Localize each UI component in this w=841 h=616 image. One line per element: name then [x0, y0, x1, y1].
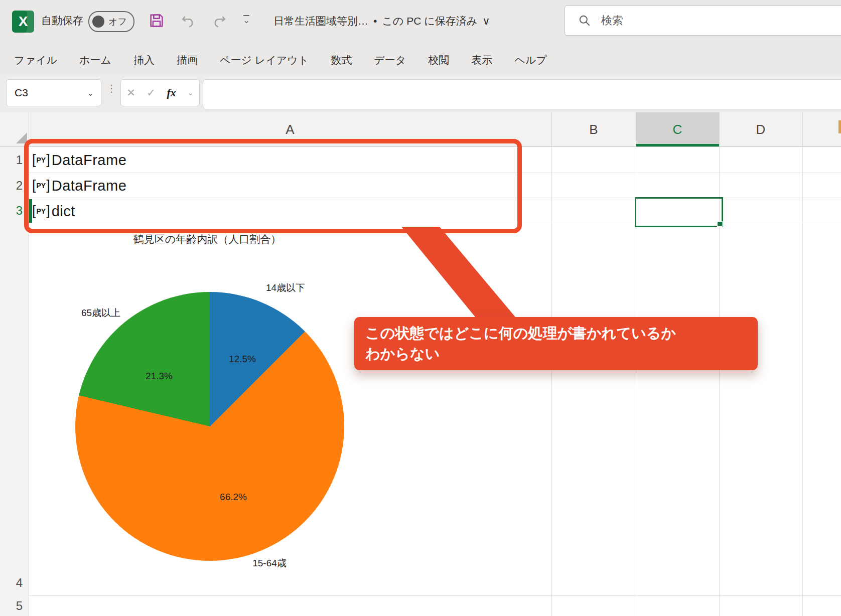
insert-function-icon[interactable]: fx — [167, 86, 176, 99]
formula-bar-row: C3 ⌄ ⋮ ✕ ✓ fx ⌄ — [0, 75, 841, 112]
tab-data[interactable]: データ — [369, 53, 411, 67]
highlight-rectangle — [24, 139, 522, 233]
tab-formulas[interactable]: 数式 — [326, 53, 357, 67]
pie-value-over65: 21.3% — [146, 371, 173, 382]
autosave-toggle[interactable]: オフ — [88, 11, 134, 32]
column-header-b[interactable]: B — [551, 112, 636, 146]
redo-icon[interactable] — [211, 13, 228, 29]
search-placeholder: 検索 — [601, 13, 623, 28]
row-header-gap — [0, 223, 29, 570]
document-title[interactable]: 日常生活圏域等別…•この PC に保存済み∨ — [273, 14, 490, 28]
title-chevron-icon: ∨ — [482, 15, 490, 27]
tab-home[interactable]: ホーム — [74, 53, 116, 67]
gridline — [802, 146, 803, 616]
title-bar: X 自動保存 オフ ⌄ 日常生活圏域等別…•この PC に保存済み∨ 検索 — [0, 0, 841, 45]
cancel-icon[interactable]: ✕ — [126, 87, 135, 99]
pie-value-under14: 12.5% — [229, 354, 256, 365]
callout-bubble: この状態ではどこに何の処理が書かれているか わからない — [354, 317, 758, 370]
callout-text-line1: この状態ではどこに何の処理が書かれているか — [365, 323, 758, 344]
clipped-header-glyph — [838, 120, 841, 133]
formula-input[interactable] — [203, 79, 841, 109]
name-box-value: C3 — [15, 87, 87, 99]
document-name: 日常生活圏域等別… — [273, 15, 368, 27]
row-header-4[interactable]: 4 — [0, 570, 29, 595]
save-icon[interactable] — [148, 12, 165, 29]
column-header-e-partial[interactable] — [802, 112, 841, 146]
selected-cell-c3[interactable] — [635, 197, 723, 227]
status-dot: • — [373, 15, 377, 27]
column-header-c[interactable]: C — [636, 112, 720, 146]
undo-icon[interactable] — [180, 13, 197, 29]
search-icon — [578, 14, 591, 27]
fill-handle[interactable] — [717, 221, 723, 227]
pie-value-15-64: 66.2% — [220, 492, 247, 503]
toggle-knob-icon — [92, 16, 104, 28]
autosave-state: オフ — [108, 16, 127, 28]
name-box[interactable]: C3 ⌄ — [6, 79, 101, 106]
autosave-label: 自動保存 — [41, 14, 83, 28]
excel-logo-icon[interactable]: X — [12, 11, 34, 33]
enter-icon[interactable]: ✓ — [147, 87, 156, 99]
fx-chevron-icon[interactable]: ⌄ — [187, 88, 194, 97]
tab-view[interactable]: 表示 — [466, 53, 497, 67]
tab-review[interactable]: 校閲 — [423, 53, 454, 67]
gridline — [29, 595, 841, 596]
row-header-5[interactable]: 5 — [0, 595, 29, 616]
chart-title: 鶴見区の年齢内訳（人口割合） — [133, 232, 282, 246]
gridline — [551, 146, 552, 616]
name-box-chevron-icon[interactable]: ⌄ — [87, 88, 94, 98]
tab-page-layout[interactable]: ページ レイアウト — [215, 53, 314, 67]
column-header-d[interactable]: D — [719, 112, 803, 146]
callout-text-line2: わからない — [365, 344, 758, 364]
save-status: この PC に保存済み — [382, 15, 477, 27]
tab-help[interactable]: ヘルプ — [509, 53, 551, 67]
callout-arrow — [396, 225, 522, 320]
pie-chart[interactable] — [75, 292, 344, 561]
pie-label-under14: 14歳以下 — [266, 281, 305, 294]
ribbon-tab-bar: ファイル ホーム 挿入 描画 ページ レイアウト 数式 データ 校閲 表示 ヘル… — [0, 45, 841, 75]
formula-buttons: ✕ ✓ fx ⌄ — [120, 79, 200, 106]
pie-label-15-64: 15-64歳 — [252, 557, 287, 570]
tab-draw[interactable]: 描画 — [172, 53, 203, 67]
search-input[interactable]: 検索 — [565, 6, 841, 36]
customize-toolbar-chevron-icon[interactable]: ⌄ — [241, 15, 252, 26]
formula-bar-separator: ⋮ — [106, 86, 116, 91]
pie-label-over65: 65歳以上 — [81, 306, 120, 320]
tab-insert[interactable]: 挿入 — [128, 53, 160, 67]
selected-column-underline — [636, 144, 719, 146]
tab-file[interactable]: ファイル — [9, 53, 62, 67]
